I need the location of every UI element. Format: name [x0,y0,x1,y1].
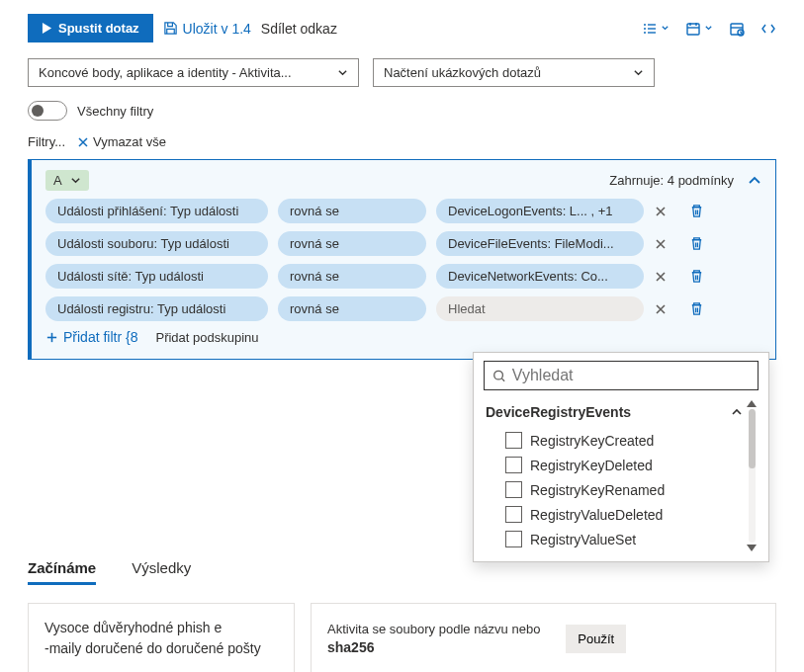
sample-query-card-phish[interactable]: Vysoce důvěryhodné phish e -maily doruče… [28,603,295,672]
svg-point-4 [644,32,646,34]
all-filters-label: Všechny filtry [77,104,153,119]
collapse-icon[interactable] [748,174,761,188]
condition-row: Události přihlášení: Typ událostirovná s… [45,199,761,223]
filters-link[interactable]: Filtry... [28,134,65,149]
popup-option[interactable]: RegistryValueDeleted [484,502,745,527]
list-view-icon[interactable] [642,21,670,37]
filter-group-card: A Zahrnuje: 4 podmínky Události přihláše… [28,159,776,360]
samples-dropdown[interactable]: Načtení ukázkových dotazů [373,58,655,87]
tab-getting-started[interactable]: Začínáme [28,559,96,585]
operator-pill[interactable]: rovná se [278,296,426,321]
group-operator-chip[interactable]: A [45,170,89,191]
popup-group-header[interactable]: DeviceRegistryEvents [484,400,745,428]
checkbox[interactable] [505,481,522,498]
popup-option[interactable]: RegistryKeyRenamed [484,477,745,502]
search-icon [492,369,506,383]
value-pill[interactable]: Hledat [436,296,644,321]
code-icon[interactable] [760,21,776,37]
popup-search-input[interactable] [512,367,750,384]
scroll-up-icon[interactable] [747,400,757,407]
popup-option[interactable]: RegistryValueSet [484,527,745,551]
popup-scrollbar[interactable] [745,400,759,551]
scope-dropdown[interactable]: Koncové body, aplikace a identity - Akti… [28,58,359,87]
svg-point-2 [644,28,646,30]
delete-row-icon[interactable] [689,236,704,251]
checkbox[interactable] [505,457,522,473]
svg-line-18 [502,378,505,381]
apply-button[interactable]: Použít [566,625,626,653]
delete-row-icon[interactable] [689,301,704,316]
clear-value-icon[interactable] [654,205,668,218]
scope-label: Koncové body, aplikace a identity - Akti… [39,65,292,80]
scroll-down-icon[interactable] [747,545,757,551]
value-pill[interactable]: DeviceNetworkEvents: Co... [436,264,644,289]
clear-value-icon[interactable] [654,237,668,251]
field-pill[interactable]: Události registru: Typ události [45,296,268,321]
clear-value-icon[interactable] [654,270,668,284]
clear-value-icon[interactable] [654,302,668,316]
value-pill[interactable]: DeviceFileEvents: FileModi... [436,231,644,256]
field-pill[interactable]: Události souboru: Typ události [45,231,268,256]
operator-pill[interactable]: rovná se [278,264,426,289]
operator-pill[interactable]: rovná se [278,231,426,256]
date-range-icon[interactable] [685,21,713,37]
run-query-label: Spustit dotaz [58,21,139,36]
toolbar: Spustit dotaz Uložit v 1.4 Sdílet odkaz [28,14,776,42]
add-filter-label: Přidat filtr {8 [63,329,137,345]
sample-query-card-file: Aktivita se soubory podle názvu nebo sha… [311,603,776,672]
delete-row-icon[interactable] [689,204,704,218]
clear-all-button[interactable]: Vymazat vše [77,134,166,149]
run-query-button[interactable]: Spustit dotaz [28,14,153,42]
tab-results[interactable]: Výsledky [132,559,191,585]
svg-line-14 [741,33,742,34]
chevron-up-icon [731,406,743,418]
condition-row: Události souboru: Typ událostirovná seDe… [45,231,761,256]
all-filters-toggle[interactable] [28,101,67,121]
popup-option[interactable]: RegistryKeyDeleted [484,453,745,477]
delete-row-icon[interactable] [689,269,704,284]
popup-option[interactable]: RegistryKeyCreated [484,428,745,453]
file-card-bold: sha256 [327,639,540,655]
share-link[interactable]: Sdílet odkaz [261,21,337,37]
condition-row: Události registru: Typ událostirovná seH… [45,296,761,321]
group-summary: Zahrnuje: 4 podmínky [609,173,734,188]
value-picker-popup: DeviceRegistryEvents RegistryKeyCreatedR… [473,352,769,562]
operator-pill[interactable]: rovná se [278,199,426,223]
condition-row: Události sítě: Typ událostirovná seDevic… [45,264,761,289]
checkbox[interactable] [505,432,522,449]
file-card-title: Aktivita se soubory podle názvu nebo [327,622,540,636]
svg-point-17 [494,371,503,379]
schedule-icon[interactable] [729,21,745,37]
value-pill[interactable]: DeviceLogonEvents: L... , +1 [436,199,644,223]
popup-search-box[interactable] [484,361,759,390]
group-name: A [53,173,62,188]
save-button[interactable]: Uložit v 1.4 [163,21,251,37]
save-label: Uložit v 1.4 [183,21,251,37]
checkbox[interactable] [505,506,522,523]
field-pill[interactable]: Události přihlášení: Typ události [45,199,268,223]
field-pill[interactable]: Události sítě: Typ události [45,264,268,289]
checkbox[interactable] [505,531,522,547]
svg-point-0 [644,24,646,26]
samples-label: Načtení ukázkových dotazů [384,65,541,80]
add-subgroup-button[interactable]: Přidat podskupinu [155,330,258,345]
clear-all-label: Vymazat vše [93,134,166,149]
add-filter-button[interactable]: Přidat filtr {8 [45,329,137,345]
svg-rect-6 [687,24,699,35]
